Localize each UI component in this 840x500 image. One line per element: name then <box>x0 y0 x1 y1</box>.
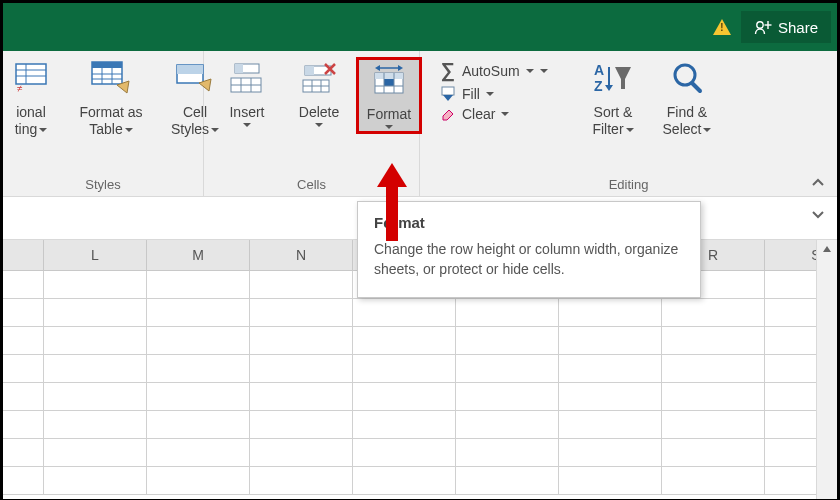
format-as-table-button[interactable]: Format asTable <box>67 57 155 141</box>
insert-icon <box>229 60 265 98</box>
autosum-button[interactable]: ∑ AutoSum <box>438 59 568 82</box>
conditional-formatting-button[interactable]: ≠ ionalting <box>1 57 61 141</box>
share-button[interactable]: Share <box>741 11 831 43</box>
format-tooltip: Format Change the row height or column w… <box>357 201 701 298</box>
vertical-scrollbar[interactable] <box>816 240 837 499</box>
tooltip-body: Change the row height or column width, o… <box>374 239 684 279</box>
cell-styles-icon <box>175 60 215 98</box>
column-header[interactable] <box>3 240 44 270</box>
share-label: Share <box>778 19 818 36</box>
expand-formula-bar-button[interactable] <box>811 209 825 224</box>
column-header[interactable]: N <box>250 240 353 270</box>
svg-rect-23 <box>305 66 314 75</box>
ribbon: ≠ ionalting <box>3 51 837 197</box>
scroll-up-button[interactable] <box>817 240 837 258</box>
svg-marker-29 <box>375 65 380 71</box>
column-header[interactable]: M <box>147 240 250 270</box>
magnifier-icon <box>669 60 705 98</box>
svg-rect-15 <box>177 65 203 74</box>
svg-text:≠: ≠ <box>17 83 23 94</box>
svg-point-0 <box>757 22 763 28</box>
sigma-icon: ∑ <box>438 59 458 82</box>
svg-marker-30 <box>398 65 403 71</box>
svg-rect-3 <box>16 64 46 84</box>
svg-marker-45 <box>823 246 831 252</box>
sort-filter-icon: A Z <box>593 60 633 98</box>
group-styles: ≠ ionalting <box>3 51 204 196</box>
svg-rect-9 <box>92 62 122 68</box>
sort-filter-button[interactable]: A Z Sort &Filter <box>576 57 650 141</box>
svg-rect-17 <box>235 64 243 73</box>
group-styles-label: Styles <box>3 175 203 196</box>
group-cells: Insert <box>204 51 420 196</box>
svg-line-44 <box>692 83 700 91</box>
find-select-button[interactable]: Find &Select <box>650 57 724 141</box>
format-button[interactable]: Format <box>356 57 422 134</box>
cells-grid[interactable] <box>3 271 837 495</box>
svg-text:Z: Z <box>594 78 603 94</box>
svg-marker-42 <box>605 85 613 91</box>
share-icon <box>754 18 772 36</box>
delete-icon <box>301 60 337 98</box>
svg-rect-37 <box>442 87 454 95</box>
format-as-table-icon <box>91 60 131 98</box>
group-editing-label: Editing <box>420 175 837 196</box>
title-bar: Share <box>3 3 837 51</box>
delete-button[interactable]: Delete <box>284 57 354 130</box>
svg-text:A: A <box>594 62 604 78</box>
group-cells-label: Cells <box>204 175 419 196</box>
conditional-formatting-icon: ≠ <box>14 60 48 98</box>
tooltip-title: Format <box>374 214 684 231</box>
insert-button[interactable]: Insert <box>212 57 282 130</box>
fill-down-icon <box>438 86 458 102</box>
warning-icon <box>713 19 731 35</box>
clear-button[interactable]: Clear <box>438 106 568 122</box>
svg-marker-38 <box>443 95 453 101</box>
svg-rect-32 <box>375 73 403 79</box>
eraser-icon <box>438 106 458 122</box>
group-editing: ∑ AutoSum Fill <box>420 51 837 196</box>
fill-button[interactable]: Fill <box>438 86 568 102</box>
svg-rect-33 <box>384 79 394 86</box>
collapse-ribbon-button[interactable] <box>811 176 825 192</box>
column-header[interactable]: L <box>44 240 147 270</box>
format-cells-icon <box>371 62 407 100</box>
